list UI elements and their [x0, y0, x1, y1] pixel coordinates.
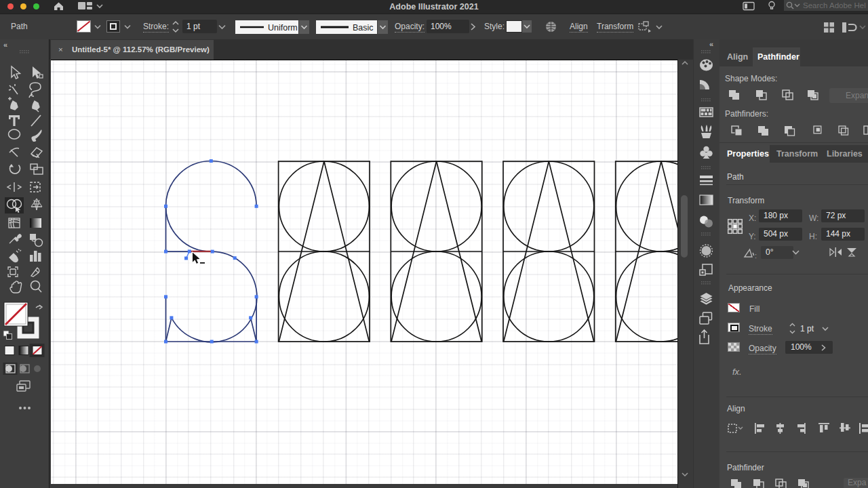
- svg-text:Basic: Basic: [353, 23, 374, 33]
- svg-text:«: «: [3, 41, 7, 49]
- svg-text::: :: [755, 251, 757, 260]
- svg-text:Search Adobe Hel: Search Adobe Hel: [803, 1, 866, 9]
- svg-text:«: «: [709, 40, 713, 48]
- svg-text:Uniform: Uniform: [268, 23, 298, 33]
